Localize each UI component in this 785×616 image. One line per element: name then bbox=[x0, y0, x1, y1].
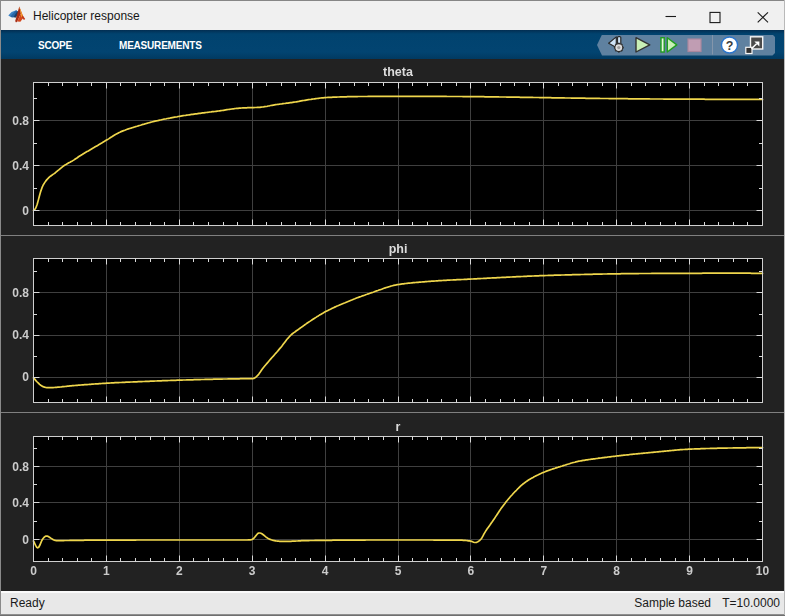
svg-text:3: 3 bbox=[249, 564, 256, 578]
svg-text:7: 7 bbox=[540, 564, 547, 578]
svg-text:0.8: 0.8 bbox=[12, 286, 29, 300]
svg-text:0: 0 bbox=[22, 204, 29, 218]
svg-text:10: 10 bbox=[756, 564, 770, 578]
svg-text:?: ? bbox=[726, 39, 734, 53]
svg-text:6: 6 bbox=[468, 564, 475, 578]
svg-text:5: 5 bbox=[395, 564, 402, 578]
svg-text:r: r bbox=[396, 420, 401, 434]
svg-text:0.8: 0.8 bbox=[12, 460, 29, 474]
svg-text:0.8: 0.8 bbox=[12, 114, 29, 128]
svg-text:2: 2 bbox=[176, 564, 183, 578]
svg-text:4: 4 bbox=[322, 564, 329, 578]
svg-text:phi: phi bbox=[389, 242, 408, 256]
svg-text:1: 1 bbox=[103, 564, 110, 578]
svg-text:9: 9 bbox=[686, 564, 693, 578]
svg-text:0: 0 bbox=[22, 533, 29, 547]
svg-text:0: 0 bbox=[22, 370, 29, 384]
svg-text:0.4: 0.4 bbox=[12, 328, 29, 342]
svg-text:0: 0 bbox=[30, 564, 37, 578]
svg-text:0.4: 0.4 bbox=[12, 159, 29, 173]
svg-text:theta: theta bbox=[383, 65, 414, 79]
svg-text:0.4: 0.4 bbox=[12, 496, 29, 510]
svg-text:8: 8 bbox=[613, 564, 620, 578]
